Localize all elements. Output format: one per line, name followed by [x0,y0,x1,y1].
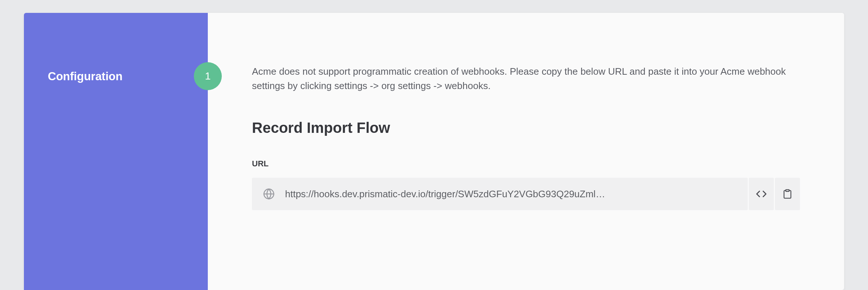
globe-icon [263,188,275,200]
section-title: Record Import Flow [252,120,800,136]
sidebar: Configuration 1 [24,13,208,290]
clipboard-icon [782,189,793,199]
instructions-text: Acme does not support programmatic creat… [252,64,800,93]
url-row: https://hooks.dev.prismatic-dev.io/trigg… [252,178,800,210]
url-display: https://hooks.dev.prismatic-dev.io/trigg… [252,178,748,210]
svg-rect-2 [786,190,789,191]
config-card: Configuration 1 Acme does not support pr… [24,13,844,290]
url-field-label: URL [252,159,800,169]
main-content: Acme does not support programmatic creat… [208,13,844,290]
copy-button[interactable] [775,178,800,210]
url-value: https://hooks.dev.prismatic-dev.io/trigg… [285,188,605,200]
sidebar-title: Configuration [24,13,208,83]
step-number: 1 [205,70,211,82]
step-badge: 1 [194,62,222,90]
code-button[interactable] [749,178,774,210]
code-icon [756,188,767,199]
